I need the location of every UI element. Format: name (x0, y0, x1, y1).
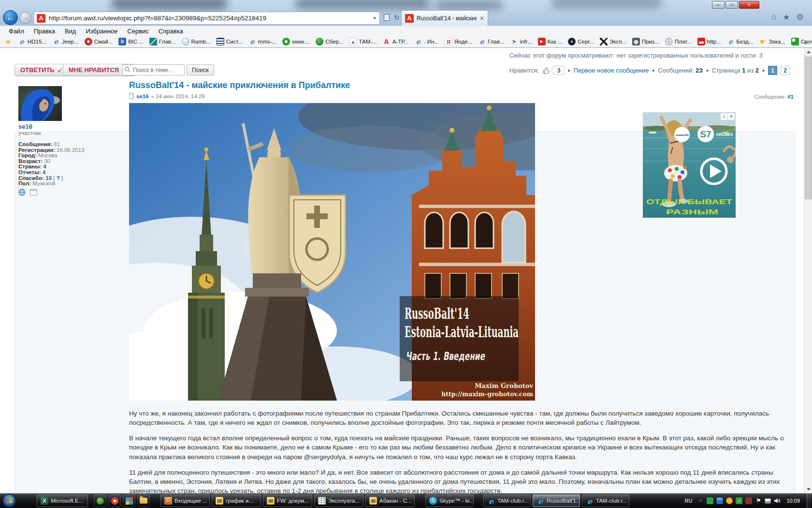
taskbar-quick-4[interactable] (137, 494, 150, 507)
post-author-link[interactable]: se16 (136, 93, 149, 99)
tray-monitor-icon[interactable] (716, 497, 723, 504)
tray-update-icon[interactable] (726, 497, 733, 504)
favorite-5[interactable]: Ramb... (182, 38, 211, 45)
taskbar-ie-2[interactable]: TAM-club.r... (582, 494, 629, 507)
favorite-3[interactable]: BIC ... (118, 38, 144, 45)
taskbar-ie-active[interactable]: RussoBalt'1... (533, 494, 580, 507)
topic-title[interactable]: RussoBalt'14 - майские приключения в При… (129, 80, 350, 90)
url-input[interactable] (49, 15, 372, 22)
favorite-0[interactable]: HD15... (18, 38, 46, 45)
start-button[interactable] (2, 494, 16, 508)
menu-edit[interactable]: Правка (29, 27, 60, 35)
taskbar-clock[interactable]: 10:09 (786, 498, 800, 504)
tab-close-icon[interactable]: ✕ (479, 15, 484, 22)
favorite-13[interactable]: Янде... (445, 38, 472, 45)
taskbar-inbox[interactable]: Входящие ... (160, 494, 210, 507)
favorite-15[interactable]: infr... (510, 38, 532, 45)
ad-info-icon[interactable]: i (721, 113, 727, 120)
favorite-8[interactable]: www.... (282, 38, 310, 45)
favorite-10[interactable]: ТАМ-... (349, 38, 377, 45)
tray-app-icon[interactable] (745, 497, 752, 504)
settings-gear-icon[interactable]: ⚙ (797, 12, 804, 22)
back-button[interactable]: ← (3, 10, 18, 25)
restore-button[interactable]: ▭ (725, 1, 738, 9)
taskbar-mail-2[interactable]: FW: докум... (263, 494, 312, 507)
reply-button[interactable]: ОТВЕТИТЬ ↙ (14, 64, 69, 76)
post-document-icon[interactable] (129, 93, 134, 99)
favorite-16[interactable]: Как ... (538, 38, 563, 45)
favorite-14[interactable]: Глав... (478, 38, 504, 45)
action-center-flag-icon[interactable]: ⚑ (755, 497, 762, 504)
language-indicator[interactable]: RU (683, 497, 695, 505)
menu-tools[interactable]: Сервис (122, 27, 154, 35)
favorite-9[interactable]: Сбер... (316, 38, 343, 45)
favorite-12[interactable]: . Ин... (414, 38, 439, 45)
favorite-20[interactable]: Плат... (665, 38, 692, 45)
favorite-1[interactable]: Jeep... (52, 38, 79, 45)
taskbar-quick-2[interactable] (108, 494, 121, 507)
home-icon[interactable]: ⌂ (771, 12, 776, 22)
first-new-post-link[interactable]: Первое новое сообщение (573, 67, 649, 74)
menu-favorites[interactable]: Избранное (81, 27, 122, 35)
search-input[interactable] (122, 64, 185, 75)
favorite-19[interactable]: Приз... (632, 38, 659, 45)
field-value-link[interactable]: 4 (43, 164, 46, 169)
message-num-link[interactable]: #1 (787, 94, 794, 100)
taskbar-quick-1[interactable] (94, 494, 106, 507)
favorite-22[interactable]: Безд... (726, 38, 753, 45)
autocomplete-dropdown-icon[interactable]: ▾ (372, 15, 377, 21)
likes-count[interactable]: 3 (553, 66, 565, 75)
taskbar-ie-1[interactable]: TAM-club.r... (483, 494, 531, 507)
tray-error-icon[interactable]: ✕ (697, 497, 704, 504)
username-link[interactable]: se16 (18, 123, 32, 130)
show-desktop-button[interactable] (807, 493, 811, 508)
taskbar-mail-1[interactable]: график и... (212, 494, 261, 507)
menu-help[interactable]: Справка (154, 27, 188, 35)
menu-view[interactable]: Вид (60, 27, 81, 35)
field-value-link[interactable]: 15 (45, 175, 52, 181)
refresh-icon[interactable]: ↻ (394, 14, 400, 21)
field-value-link[interactable]: 4 (43, 169, 45, 175)
ad-close-icon[interactable]: ✕ (728, 113, 735, 120)
taskbar-sheet[interactable]: Эксплуата... (314, 494, 363, 507)
favorite-11[interactable]: А-ТР... (383, 38, 409, 45)
browser-tab[interactable]: A RussoBalt'14 - майские пр... ✕ (401, 10, 488, 26)
scrollbar[interactable] (804, 48, 812, 493)
favorite-7[interactable]: mms-... (248, 38, 276, 45)
avatar[interactable] (18, 86, 62, 121)
tray-antivirus-icon[interactable]: ✓ (736, 497, 742, 504)
thanks-help-link[interactable]: ? (57, 175, 60, 181)
minimize-button[interactable]: — (712, 1, 725, 9)
scroll-down-button[interactable] (804, 485, 812, 493)
menu-file[interactable]: Файл (4, 27, 29, 35)
tray-green-icon[interactable] (707, 497, 713, 504)
favorites-star-icon[interactable]: ★ (783, 12, 790, 22)
thumbs-up-icon[interactable] (542, 67, 550, 75)
ad-banner-s7[interactable]: oneworld S7 AIRLINES ОТДЫХ БЫВАЕТ РАЗНЫМ… (643, 112, 736, 218)
scroll-up-button[interactable] (804, 48, 812, 56)
page-2-button[interactable]: 2 (781, 66, 790, 75)
page-1-button[interactable]: 1 (768, 66, 777, 75)
forward-button[interactable]: → (19, 12, 31, 24)
search-button[interactable]: Поиск (187, 64, 214, 75)
favorite-18[interactable]: Эксп... (600, 38, 626, 45)
add-favorite-icon[interactable] (4, 38, 12, 45)
profile-window-icon[interactable] (30, 189, 37, 195)
taskbar-quick-3[interactable] (123, 494, 135, 507)
taskbar-skype[interactable]: Skype™ - ki... (425, 494, 474, 507)
favorite-21[interactable]: http... (697, 38, 721, 45)
compatibility-view-icon[interactable] (384, 14, 390, 21)
close-button[interactable]: × (739, 1, 759, 9)
favorite-24[interactable]: Сроч... (791, 38, 812, 45)
address-bar[interactable]: A ▾ (34, 12, 380, 25)
favorite-2[interactable]: Смай... (85, 38, 113, 45)
network-icon[interactable] (765, 498, 771, 504)
volume-icon[interactable] (774, 497, 781, 504)
favorite-23[interactable]: Зака... (759, 38, 785, 45)
favorite-17[interactable]: Серг... (568, 38, 594, 45)
taskbar-mail-3[interactable]: Абакан - С... (365, 494, 415, 507)
taskbar-excel[interactable]: Microsoft E... (37, 494, 88, 507)
favorite-6[interactable]: Сист... (217, 38, 243, 45)
favorites-overflow-chevron[interactable]: » (804, 38, 807, 45)
favorite-4[interactable]: Глав... (149, 38, 175, 45)
